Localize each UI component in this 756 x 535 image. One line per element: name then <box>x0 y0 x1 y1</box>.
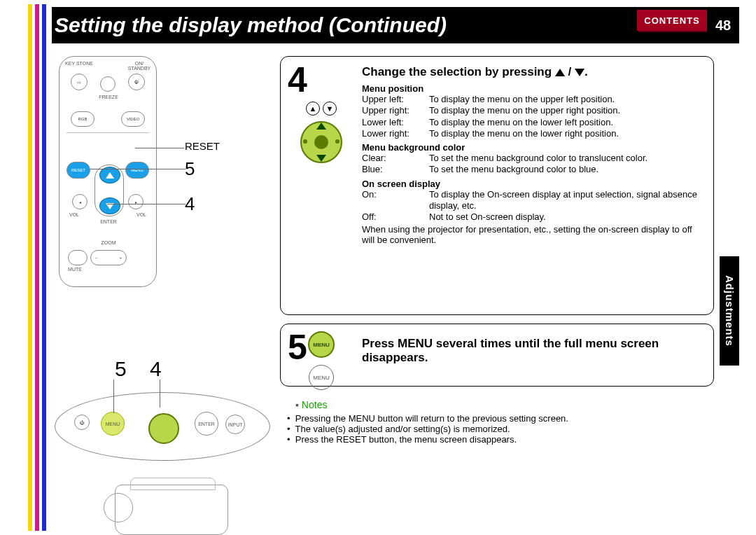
notes-section: Notes Pressing the MENU button will retu… <box>280 399 722 445</box>
panel-input-button: INPUT <box>225 415 245 434</box>
power-button-icon: ⏻ <box>128 74 145 90</box>
decorative-stripes <box>28 4 46 531</box>
keystone-button-icon: ▭ <box>71 74 88 90</box>
callout-reset: RESET <box>185 140 220 152</box>
note-item: The value(s) adjusted and/or setting(s) … <box>287 424 722 434</box>
vol-minus-label: VOL <box>64 212 85 217</box>
panel-callout-four: 4 <box>150 357 162 380</box>
notes-list: Pressing the MENU button will return to … <box>287 413 722 445</box>
vol-plus-label: VOL <box>131 212 152 217</box>
control-panel-illustration: ⏻ MENU ENTER INPUT <box>55 392 269 459</box>
panel-callout-numbers: 5 4 <box>115 357 162 381</box>
dpad-left-icon: ◂ <box>72 194 88 209</box>
remote-dpad <box>94 165 124 216</box>
mute-label: MUTE <box>65 267 85 272</box>
triangle-up-icon <box>555 69 565 76</box>
note-item: Pressing the MENU button will return to … <box>287 413 722 424</box>
panel-power-icon: ⏻ <box>74 415 90 430</box>
enter-label: ENTER <box>96 219 121 224</box>
step-4-number: 4 <box>288 60 307 100</box>
contents-button[interactable]: CONTENTS <box>637 10 707 31</box>
step-4-heading: Change the selection by pressing / . <box>362 65 704 79</box>
panel-callout-five: 5 <box>115 357 127 380</box>
triangle-down-icon <box>575 69 584 76</box>
step-5-icon: MENU MENU <box>288 331 355 390</box>
zoom-label: ZOOM <box>94 240 122 245</box>
callout-five: 5 <box>185 158 195 180</box>
panel-menu-button: MENU <box>101 412 125 436</box>
manual-page: Setting the display method (Continued) C… <box>0 0 756 535</box>
menu-position-list: Upper left:To display the menu on the up… <box>362 94 704 139</box>
keystone-label: KEY STONE <box>65 61 93 66</box>
menu-position-heading: Menu position <box>362 83 704 94</box>
notes-title: Notes <box>295 399 327 410</box>
freeze-label: FREEZE <box>94 95 122 99</box>
video-button: VIDEO <box>121 111 145 127</box>
dpad-green-icon <box>300 121 342 163</box>
osd-list: On:To display the On-screen display at i… <box>362 189 704 223</box>
menu-bgcolor-heading: Menu background color <box>362 142 704 153</box>
up-icon: ▲ <box>306 102 320 116</box>
panel-enter-button: ENTER <box>195 412 218 436</box>
projector-illustration <box>97 469 244 535</box>
instruction-column: 4 ▲▼ Change the selection by pressing / … <box>280 56 714 395</box>
osd-heading: On screen display <box>362 179 704 189</box>
dpad-down-icon <box>99 197 120 214</box>
freeze-button-icon <box>100 76 115 92</box>
callout-four: 4 <box>185 193 195 215</box>
standby-label: ON/ STANDBY <box>125 61 153 71</box>
menu-bgcolor-list: Clear:To set the menu background color t… <box>362 153 704 176</box>
section-tab-adjustments: Adjustments <box>720 256 739 366</box>
step-4-icon: ▲▼ <box>288 102 355 163</box>
step-5-box: 5 MENU MENU Press MENU several times unt… <box>280 324 714 387</box>
section-tab-label: Adjustments <box>724 275 736 347</box>
down-icon: ▼ <box>323 102 337 116</box>
step-5-heading: Press MENU several times until the full … <box>362 337 704 365</box>
step-4-box: 4 ▲▼ Change the selection by pressing / … <box>280 56 714 315</box>
zoom-rocker: − + <box>90 250 127 265</box>
menu-green-icon: MENU <box>308 331 335 358</box>
page-title: Setting the display method (Continued) <box>55 13 447 37</box>
page-number: 48 <box>707 7 739 43</box>
rgb-button: RGB <box>71 111 94 127</box>
menu-button: MENU <box>125 162 149 179</box>
dpad-right-icon: ▸ <box>128 194 144 209</box>
page-content: Setting the display method (Continued) C… <box>52 0 739 535</box>
mute-button <box>68 250 88 265</box>
illustration-column: KEY STONE ON/ STANDBY ▭ ⏻ FREEZE RGB VID… <box>55 56 269 287</box>
note-item: Press the RESET button, the menu screen … <box>287 434 722 445</box>
osd-tail-note: When using the projector for presentatio… <box>362 224 704 245</box>
menu-outline-icon: MENU <box>309 365 334 390</box>
panel-dpad <box>141 406 183 448</box>
remote-control-illustration: KEY STONE ON/ STANDBY ▭ ⏻ FREEZE RGB VID… <box>59 56 157 287</box>
reset-button: RESET <box>66 162 90 179</box>
title-bar: Setting the display method (Continued) C… <box>52 7 739 43</box>
